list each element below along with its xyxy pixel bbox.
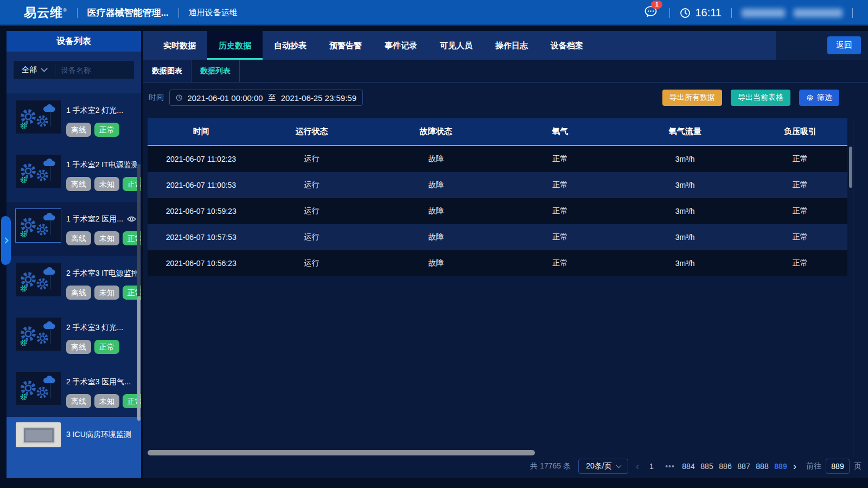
device-thumbnail xyxy=(16,422,61,447)
page-number[interactable]: 884 xyxy=(682,462,695,471)
pagination: 共 17765 条 20条/页 ‹ 1•••884885886887888889… xyxy=(530,458,861,475)
device-list-item[interactable]: 2 手术室3 医用气...离线未知正常 xyxy=(7,365,141,419)
messages-button[interactable]: 1 xyxy=(644,5,658,20)
page: 易云维® 医疗器械智能管理... 通用设备运维 1 xyxy=(0,0,868,488)
header-divider xyxy=(731,8,732,18)
filter-button[interactable]: 筛选 xyxy=(799,90,839,106)
chevron-right-icon xyxy=(2,237,8,243)
device-type-select[interactable]: 全部 xyxy=(14,65,55,75)
header-divider xyxy=(178,8,179,18)
table-cell: 故障 xyxy=(369,224,503,250)
content-panel: 数据图表数据列表 时间 2021-06-01 00:00:00 至 2021-0… xyxy=(143,60,868,478)
main-tab[interactable]: 历史数据 xyxy=(207,31,263,60)
gear-icon xyxy=(20,122,28,130)
page-size-value: 20条/页 xyxy=(586,461,611,471)
user-info-blurred[interactable] xyxy=(742,9,785,17)
table-cell: 正常 xyxy=(753,198,847,224)
top-nav-item[interactable]: 通用设备运维 xyxy=(189,8,238,18)
export-all-button[interactable]: 导出所有数据 xyxy=(662,90,722,106)
device-badges: 离线未知正常 xyxy=(66,394,141,408)
sub-tab[interactable]: 数据图表 xyxy=(143,60,192,82)
prev-page-button[interactable]: ‹ xyxy=(636,461,639,472)
table-row: 2021-06-07 11:02:23运行故障正常3m³/h正常 xyxy=(148,145,847,172)
device-list-item[interactable]: 1 手术室2 IT电源监测离线未知正常 xyxy=(7,148,141,202)
gear-icon xyxy=(35,331,49,345)
gear-icon xyxy=(20,284,28,293)
sub-tab[interactable]: 数据列表 xyxy=(192,60,240,82)
page-number[interactable]: 1 xyxy=(645,462,658,471)
date-end: 2021-06-25 23:59:59 xyxy=(281,93,356,103)
page-number[interactable]: 885 xyxy=(700,462,713,471)
export-current-button[interactable]: 导出当前表格 xyxy=(731,90,790,106)
date-start: 2021-06-01 00:00:00 xyxy=(187,93,263,103)
eye-icon[interactable] xyxy=(127,215,136,225)
sidebar-scrollbar-thumb[interactable] xyxy=(137,296,141,421)
main-tab[interactable]: 可见人员 xyxy=(429,31,484,60)
device-list-item[interactable]: 2 手术室3 IT电源监控离线未知正常 xyxy=(7,256,141,310)
device-name: 2 手术室3 IT电源监控 xyxy=(66,269,137,278)
app-logo: 易云维® xyxy=(24,4,67,21)
main-tab[interactable]: 事件记录 xyxy=(373,31,429,60)
total-count: 共 17765 条 xyxy=(530,461,571,471)
device-list-item[interactable]: 1 手术室2 灯光...离线正常 xyxy=(7,93,141,148)
cloud-icon xyxy=(42,375,56,384)
device-badges: 离线正常 xyxy=(66,340,119,354)
sidebar-collapse-handle[interactable] xyxy=(1,216,11,265)
page-number[interactable]: 889 xyxy=(774,462,787,471)
main-tab[interactable]: 预警告警 xyxy=(318,31,373,60)
device-list-item[interactable]: 3 ICU病房环境监测 xyxy=(7,419,141,457)
table-cell: 正常 xyxy=(753,172,847,198)
device-search-input[interactable] xyxy=(55,66,134,74)
device-filter-bar: 全部 xyxy=(7,52,141,93)
device-badges: 离线未知正常 xyxy=(66,286,141,300)
device-list-item[interactable]: 1 手术室2 医用...离线未知正常 xyxy=(7,202,141,256)
status-badge: 正常 xyxy=(94,340,119,354)
main-tab[interactable]: 自动抄表 xyxy=(263,31,318,60)
back-button[interactable]: 返回 xyxy=(827,36,861,54)
device-list-item[interactable]: 2 手术室3 灯光...离线正常 xyxy=(7,310,141,365)
cloud-icon xyxy=(42,158,56,167)
next-page-button[interactable]: › xyxy=(793,461,796,472)
table-row: 2021-06-07 10:57:53运行故障正常3m³/h正常 xyxy=(148,224,847,250)
app-title: 医疗器械智能管理... xyxy=(87,7,169,19)
device-name: 1 手术室2 灯光... xyxy=(66,106,137,116)
page-size-select[interactable]: 20条/页 xyxy=(578,459,628,474)
table-cell: 2021-06-07 11:00:53 xyxy=(148,172,254,198)
table-cell: 正常 xyxy=(753,250,847,276)
table-cell: 运行 xyxy=(254,172,368,198)
history-data-table: 时间运行状态故障状态氧气氧气流量负压吸引 2021-06-07 11:02:23… xyxy=(148,118,847,276)
header-divider xyxy=(852,8,853,18)
table-row: 2021-06-07 11:00:53运行故障正常3m³/h正常 xyxy=(148,172,847,198)
table-cell: 运行 xyxy=(254,145,368,172)
gear-icon xyxy=(20,339,28,347)
table-cell: 3m³/h xyxy=(617,172,753,198)
vertical-scrollbar-thumb[interactable] xyxy=(849,147,852,188)
vertical-scrollbar-track xyxy=(853,118,853,458)
main-tab[interactable]: 设备档案 xyxy=(539,31,595,60)
page-number[interactable]: 887 xyxy=(737,462,750,471)
gear-icon xyxy=(35,277,49,291)
device-sidebar: 设备列表 全部 1 手术室2 灯光...离线正常1 手术室2 IT电源监测离线未… xyxy=(7,31,141,478)
table-cell: 正常 xyxy=(503,198,617,224)
user-info-blurred[interactable] xyxy=(794,9,843,17)
gear-icon xyxy=(35,385,49,400)
notification-badge: 1 xyxy=(651,1,662,9)
page-number[interactable]: 886 xyxy=(719,462,732,471)
main-tab[interactable]: 实时数据 xyxy=(152,31,207,60)
main-tab[interactable]: 操作日志 xyxy=(484,31,539,60)
date-range-input[interactable]: 2021-06-01 00:00:00 至 2021-06-25 23:59:5… xyxy=(169,90,363,106)
page-number[interactable]: 888 xyxy=(756,462,769,471)
status-badge: 离线 xyxy=(66,177,91,191)
goto-page-input[interactable] xyxy=(826,459,850,474)
table-wrap: 时间运行状态故障状态氧气氧气流量负压吸引 2021-06-07 11:02:23… xyxy=(148,118,847,276)
device-name: 1 手术室2 IT电源监测 xyxy=(66,160,137,170)
table-cell: 2021-06-07 11:02:23 xyxy=(148,145,254,172)
horizontal-scrollbar-thumb[interactable] xyxy=(148,450,535,455)
table-cell: 运行 xyxy=(254,224,368,250)
table-cell: 正常 xyxy=(753,224,847,250)
cloud-icon xyxy=(42,321,56,329)
top-header: 易云维® 医疗器械智能管理... 通用设备运维 1 xyxy=(0,0,868,26)
clock-icon xyxy=(176,93,182,102)
device-thumbnail xyxy=(16,263,61,296)
cloud-icon xyxy=(42,267,56,275)
